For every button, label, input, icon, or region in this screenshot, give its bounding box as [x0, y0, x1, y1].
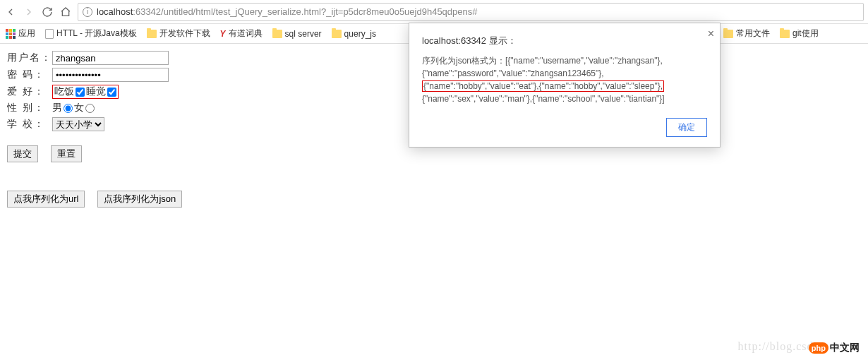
serialize-json-button[interactable]: 点我序列化为json	[97, 191, 182, 208]
bookmark-devdownload[interactable]: 开发软件下载	[147, 28, 210, 40]
url-host: localhost	[97, 6, 133, 17]
bookmark-label: 开发软件下载	[159, 28, 210, 40]
dialog-title: localhost:63342 显示：	[422, 35, 707, 47]
brand-text: 中文网	[830, 342, 860, 354]
school-label: 学 校：	[7, 118, 52, 131]
youdao-icon: Y	[220, 29, 226, 39]
dialog-text-1a: 序列化为json格式为：[{"name":"username","value":…	[422, 56, 663, 66]
username-label: 用户名：	[7, 52, 52, 64]
sex-female-label: 女	[74, 102, 84, 114]
school-select[interactable]: 天天小学	[52, 117, 104, 131]
back-icon[interactable]	[4, 6, 17, 18]
username-input[interactable]	[52, 51, 169, 65]
bookmark-label: HTTL - 开源Java模板	[56, 28, 137, 40]
bookmark-label: 常用文件	[736, 28, 770, 40]
hobby-label: 爱 好：	[7, 85, 52, 98]
dialog-body: 序列化为json格式为：[{"name":"username","value":…	[422, 54, 707, 105]
bookmark-label: query_js	[344, 29, 376, 39]
dialog-text-3: {"name":"sex","value":"man"},{"name":"sc…	[422, 94, 665, 104]
bookmark-sqlserver[interactable]: sql server	[272, 29, 322, 39]
password-input[interactable]	[52, 68, 169, 82]
bookmark-label: sql server	[285, 29, 322, 39]
bookmark-label: 有道词典	[229, 28, 263, 40]
password-label: 密 码：	[7, 68, 52, 81]
address-bar[interactable]: i localhost:63342/untitled/html/test_jQu…	[78, 3, 864, 21]
home-icon[interactable]	[59, 6, 72, 18]
dialog-highlight: {"name":"hobby","value":"eat"},{"name":"…	[422, 80, 664, 92]
alert-dialog: × localhost:63342 显示： 序列化为json格式为：[{"nam…	[409, 23, 721, 148]
dialog-ok-button[interactable]: 确定	[666, 118, 707, 137]
sex-label: 性 别：	[7, 102, 52, 114]
reset-button[interactable]: 重置	[51, 145, 82, 162]
bookmark-git[interactable]: git使用	[780, 28, 819, 40]
brand-logo: php 中文网	[809, 342, 860, 354]
forward-icon	[23, 6, 35, 18]
folder-icon	[332, 30, 342, 38]
site-info-icon[interactable]: i	[83, 7, 92, 17]
bookmark-youdao[interactable]: Y有道词典	[220, 28, 263, 40]
hobby-sleep-checkbox[interactable]	[107, 88, 116, 97]
folder-icon	[147, 30, 157, 38]
sex-female-radio[interactable]	[85, 104, 95, 113]
sex-male-label: 男	[52, 102, 62, 114]
brand-badge: php	[809, 342, 828, 354]
folder-icon	[723, 30, 733, 38]
url-path: :63342/untitled/html/test_jQuery_seriali…	[133, 6, 477, 17]
browser-toolbar: i localhost:63342/untitled/html/test_jQu…	[0, 0, 868, 24]
serialize-url-button[interactable]: 点我序列化为url	[7, 191, 85, 208]
reload-icon[interactable]	[41, 6, 54, 18]
file-icon	[45, 29, 54, 39]
hobby-eat-label: 吃饭	[54, 85, 74, 98]
bookmark-queryjs[interactable]: query_js	[332, 29, 376, 39]
bookmark-label: git使用	[792, 28, 819, 40]
bookmark-label: 应用	[18, 28, 35, 40]
submit-button[interactable]: 提交	[7, 145, 38, 162]
dialog-text-1b: {"name":"password","value":"zhangsan1234…	[422, 68, 604, 78]
sex-male-radio[interactable]	[64, 104, 73, 113]
bookmark-apps[interactable]: 应用	[6, 28, 35, 40]
folder-icon	[780, 30, 790, 38]
close-icon[interactable]: ×	[708, 28, 714, 40]
hobby-group: 吃饭 睡觉	[52, 85, 119, 99]
bookmark-httl[interactable]: HTTL - 开源Java模板	[45, 28, 137, 40]
hobby-eat-checkbox[interactable]	[76, 88, 85, 97]
bookmark-common[interactable]: 常用文件	[723, 28, 770, 40]
hobby-sleep-label: 睡觉	[86, 85, 106, 98]
folder-icon	[272, 30, 282, 38]
